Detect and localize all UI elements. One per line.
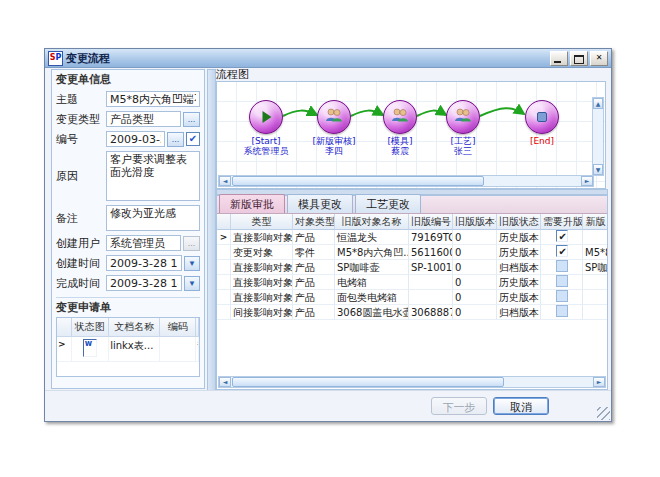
close-button[interactable]: ✕ bbox=[590, 51, 608, 66]
panel-title-change-info: 变更单信息 bbox=[56, 72, 200, 87]
remarks-textarea[interactable]: 修改为亚光感 bbox=[106, 205, 200, 231]
finish-time-input[interactable] bbox=[106, 275, 182, 291]
people-icon bbox=[446, 100, 480, 134]
scroll-right-icon[interactable]: ► bbox=[593, 377, 605, 387]
reason-textarea[interactable]: 客户要求调整表面光滑度 bbox=[106, 151, 200, 201]
window-title: 变更流程 bbox=[66, 51, 550, 66]
flow-node-mold[interactable]: [模具] 蔡震 bbox=[365, 100, 435, 156]
number-label: 编号 bbox=[56, 132, 104, 147]
finish-time-label: 完成时间 bbox=[56, 276, 104, 291]
table-row[interactable]: 变更对象 零件 M5*8内六角凹... 5611600 0 历史版本 ✔ M5*… bbox=[217, 245, 607, 260]
remarks-label: 备注 bbox=[56, 211, 104, 226]
flow-vscrollbar[interactable]: ▲ ▼ bbox=[592, 97, 604, 176]
minimize-button[interactable] bbox=[550, 51, 568, 66]
remarks-row: 备注 修改为亚光感 bbox=[56, 205, 200, 231]
subject-row: 主题 bbox=[56, 91, 200, 107]
create-time-row: 创建时间 ▼ bbox=[56, 255, 200, 271]
subject-input[interactable] bbox=[106, 91, 200, 107]
titlebar[interactable]: SP 变更流程 ✕ bbox=[45, 49, 611, 68]
scroll-right-icon[interactable]: ► bbox=[581, 176, 593, 186]
subject-label: 主题 bbox=[56, 92, 104, 107]
tab-mold-change[interactable]: 模具更改 bbox=[287, 194, 353, 213]
tab-new-version-approval[interactable]: 新版审批 bbox=[219, 194, 285, 213]
upgrade-checkbox[interactable] bbox=[556, 275, 568, 287]
doc-code-cell bbox=[160, 337, 196, 362]
impact-table-hscrollbar[interactable]: ◄ ► bbox=[218, 376, 606, 388]
change-type-label: 变更类型 bbox=[56, 112, 104, 127]
upgrade-checkbox[interactable] bbox=[556, 290, 568, 302]
create-time-input[interactable] bbox=[106, 255, 182, 271]
row-selector-icon: > bbox=[217, 230, 231, 245]
app-icon: SP bbox=[48, 51, 63, 66]
creator-browse-button[interactable]: ... bbox=[183, 236, 200, 251]
reason-row: 原因 客户要求调整表面光滑度 bbox=[56, 151, 200, 201]
finish-time-dropdown-icon[interactable]: ▼ bbox=[184, 276, 200, 291]
desktop-background: SP 变更流程 ✕ 变更单信息 主题 变更类型 ... 编号 bbox=[0, 0, 660, 477]
minimize-icon bbox=[554, 61, 561, 63]
change-type-row: 变更类型 ... bbox=[56, 111, 200, 127]
people-icon bbox=[317, 100, 351, 134]
scroll-thumb[interactable] bbox=[232, 377, 504, 387]
impact-tabs-panel: 新版审批 模具更改 工艺更改 类型 对象类型 旧版对象名称 旧版编号 旧版版本号… bbox=[216, 195, 608, 390]
impact-table: 类型 对象类型 旧版对象名称 旧版编号 旧版版本号 旧版状态 需要升版 新版 >… bbox=[217, 214, 607, 377]
change-process-window: SP 变更流程 ✕ 变更单信息 主题 变更类型 ... 编号 bbox=[44, 48, 612, 422]
next-button[interactable]: 下一步 bbox=[431, 397, 487, 415]
row-selector-icon: > bbox=[57, 337, 72, 362]
reason-label: 原因 bbox=[56, 169, 104, 184]
scroll-thumb[interactable] bbox=[232, 176, 484, 186]
divider bbox=[56, 297, 200, 298]
upgrade-checkbox[interactable] bbox=[556, 260, 568, 272]
number-row: 编号 ... ✔ bbox=[56, 131, 200, 147]
scroll-left-icon[interactable]: ◄ bbox=[219, 176, 231, 186]
request-table-row[interactable]: > linkx表... 普通 bbox=[57, 337, 199, 362]
end-node-icon bbox=[525, 100, 559, 134]
upgrade-checkbox[interactable] bbox=[556, 305, 568, 317]
creator-row: 创建用户 ... bbox=[56, 235, 200, 251]
flow-hscrollbar[interactable]: ◄ ► bbox=[218, 175, 594, 187]
table-row[interactable]: 直接影响对象 产品 SP咖啡壶 SP-1001 0 归档版本 SP咖 bbox=[217, 260, 607, 275]
request-table-header: 状态图 文档名称 编码 bbox=[57, 318, 199, 337]
number-browse-button[interactable]: ... bbox=[167, 132, 184, 147]
flow-node-process[interactable]: [工艺] 张三 bbox=[428, 100, 498, 156]
button-bar: 下一步 取消 bbox=[45, 390, 611, 421]
flow-node-start[interactable]: [Start] 系统管理员 bbox=[231, 100, 301, 156]
cancel-button[interactable]: 取消 bbox=[493, 397, 549, 415]
flow-node-end[interactable]: [End] bbox=[507, 100, 577, 146]
tabstrip: 新版审批 模具更改 工艺更改 bbox=[217, 196, 607, 214]
vertical-splitter[interactable] bbox=[207, 69, 216, 391]
maximize-icon bbox=[574, 55, 584, 64]
upgrade-checkbox[interactable]: ✔ bbox=[556, 245, 568, 257]
flow-chart-canvas[interactable]: [Start] 系统管理员 [新版审核] 李四 [模具] 蔡震 bbox=[216, 81, 606, 189]
upgrade-checkbox[interactable]: ✔ bbox=[556, 230, 568, 242]
maximize-button[interactable] bbox=[570, 51, 588, 66]
create-time-label: 创建时间 bbox=[56, 256, 104, 271]
request-table: 状态图 文档名称 编码 > linkx表... 普通 bbox=[56, 317, 200, 377]
table-row[interactable]: 直接影响对象 产品 电烤箱 0 历史版本 bbox=[217, 275, 607, 290]
creator-input[interactable] bbox=[106, 235, 181, 251]
table-row[interactable]: > 直接影响对象 产品 恒温龙头 79169TC 0 历史版本 ✔ bbox=[217, 230, 607, 245]
resize-grip-icon[interactable] bbox=[597, 407, 610, 420]
doc-name-cell: linkx表... bbox=[109, 337, 160, 362]
creator-label: 创建用户 bbox=[56, 236, 104, 251]
tab-process-change[interactable]: 工艺更改 bbox=[355, 194, 421, 213]
doc-grade-cell: 普通 bbox=[196, 337, 199, 362]
panel-title-request-list: 变更申请单 bbox=[56, 300, 200, 315]
people-icon bbox=[383, 100, 417, 134]
table-row[interactable]: 直接影响对象 产品 面包类电烤箱 0 历史版本 bbox=[217, 290, 607, 305]
number-checkbox[interactable]: ✔ bbox=[186, 132, 200, 146]
document-icon bbox=[83, 339, 97, 357]
change-type-browse-button[interactable]: ... bbox=[183, 112, 200, 127]
start-node-icon bbox=[249, 100, 283, 134]
change-order-info-panel: 变更单信息 主题 变更类型 ... 编号 ... ✔ 原因 客户要求调整表面光滑… bbox=[51, 69, 205, 389]
flow-node-new-version-review[interactable]: [新版审核] 李四 bbox=[299, 100, 369, 156]
number-input[interactable] bbox=[106, 131, 165, 147]
flow-chart-title: 流程图 bbox=[216, 67, 606, 82]
flow-chart-section: 流程图 [Start] 系统管理员 bbox=[216, 67, 606, 189]
scroll-left-icon[interactable]: ◄ bbox=[219, 377, 231, 387]
scroll-down-icon[interactable]: ▼ bbox=[593, 164, 603, 175]
scroll-up-icon[interactable]: ▲ bbox=[593, 98, 603, 109]
create-time-dropdown-icon[interactable]: ▼ bbox=[184, 256, 200, 271]
table-row[interactable]: 间接影响对象 产品 3068圆盖电水壶 3068887 0 归档版本 bbox=[217, 305, 607, 320]
change-type-input[interactable] bbox=[106, 111, 181, 127]
finish-time-row: 完成时间 ▼ bbox=[56, 275, 200, 291]
